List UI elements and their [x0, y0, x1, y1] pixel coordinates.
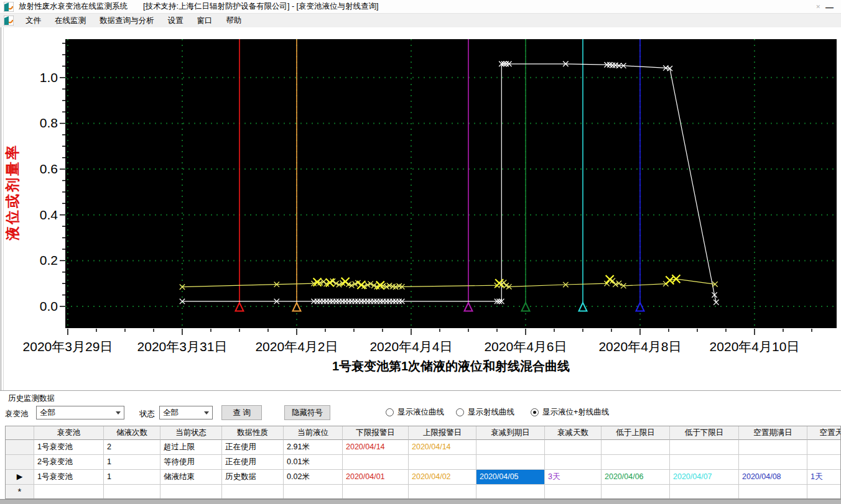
column-header-空置天数[interactable]: 空置天数: [807, 426, 841, 440]
application-window: 放射性废水衰变池在线监测系统 [技术支持:上海仁日辐射防护设备有限公司] - […: [0, 0, 841, 504]
menu-item-文件[interactable]: 文件: [19, 14, 48, 27]
table-cell[interactable]: 3天: [545, 470, 602, 485]
table-cell[interactable]: 2020/04/14: [343, 440, 409, 455]
column-header-衰减天数[interactable]: 衰减天数: [545, 426, 602, 440]
menu-item-在线监测[interactable]: 在线监测: [48, 14, 93, 27]
table-cell[interactable]: 1号衰变池: [34, 440, 104, 455]
table-cell[interactable]: [476, 485, 545, 499]
column-header-当前状态[interactable]: 当前状态: [160, 426, 222, 440]
table-cell[interactable]: [670, 455, 739, 470]
table-cell[interactable]: [807, 455, 841, 470]
radio-show-level-ray-curve[interactable]: 显示液位+射线曲线: [531, 407, 609, 418]
row-selector[interactable]: [6, 440, 34, 455]
minimize-button[interactable]: —: [825, 2, 834, 12]
table-row: 2号衰变池1等待使用正在使用0.01米: [6, 455, 840, 470]
column-header-衰变池[interactable]: 衰变池: [34, 426, 104, 440]
table-cell[interactable]: 2020/04/02: [409, 470, 476, 485]
selected-table-cell[interactable]: 2020/04/05: [476, 470, 545, 485]
column-header-衰减到期日[interactable]: 衰减到期日: [476, 426, 545, 440]
table-cell[interactable]: 0.02米: [284, 470, 343, 485]
table-cell[interactable]: [34, 485, 104, 499]
radio-circle-icon[interactable]: [386, 408, 394, 416]
x-tick-label: 2020年3月29日: [23, 339, 113, 354]
column-header-当前液位[interactable]: 当前液位: [284, 426, 343, 440]
table-cell[interactable]: [545, 455, 602, 470]
title-bar: 放射性废水衰变池在线监测系统 [技术支持:上海仁日辐射防护设备有限公司] - […: [0, 0, 841, 14]
column-header-数据性质[interactable]: 数据性质: [222, 426, 284, 440]
table-cell[interactable]: 1: [104, 455, 160, 470]
column-header-储液次数[interactable]: 储液次数: [104, 426, 160, 440]
table-cell[interactable]: [343, 455, 409, 470]
table-cell[interactable]: [545, 440, 602, 455]
radio-show-ray-curve[interactable]: 显示射线曲线: [456, 407, 514, 418]
table-cell[interactable]: [602, 485, 670, 499]
table-cell[interactable]: 1天: [807, 470, 841, 485]
menu-item-设置[interactable]: 设置: [161, 14, 190, 27]
query-button[interactable]: 查 询: [221, 405, 262, 420]
table-cell[interactable]: [409, 485, 476, 499]
table-cell[interactable]: 超过上限: [160, 440, 222, 455]
radio-circle-icon[interactable]: [531, 408, 539, 416]
table-cell[interactable]: 2020/04/01: [343, 470, 409, 485]
table-cell[interactable]: [343, 485, 409, 499]
chart-canvas: 0.00.20.40.60.81.02020年3月29日2020年3月31日20…: [0, 27, 841, 390]
menu-item-帮助[interactable]: 帮助: [220, 14, 249, 27]
table-row: 1号衰变池2超过上限正在使用2.91米2020/04/142020/04/14: [6, 440, 840, 455]
table-cell[interactable]: [545, 485, 602, 499]
table-cell[interactable]: 1号衰变池: [34, 470, 104, 485]
table-cell[interactable]: 正在使用: [222, 455, 284, 470]
menu-item-数据查询与分析[interactable]: 数据查询与分析: [93, 14, 161, 27]
window-left-border: [1, 27, 4, 390]
window-title: 放射性废水衰变池在线监测系统 [技术支持:上海仁日辐射防护设备有限公司] - […: [19, 1, 378, 12]
table-cell[interactable]: [602, 440, 670, 455]
table-cell[interactable]: [739, 455, 807, 470]
column-header-下限报警日[interactable]: 下限报警日: [343, 426, 409, 440]
table-cell[interactable]: 储液结束: [160, 470, 222, 485]
table-cell[interactable]: [739, 440, 807, 455]
table-cell[interactable]: [670, 485, 739, 499]
status-select-value: 全部: [163, 408, 179, 417]
pool-select[interactable]: 全部: [36, 406, 124, 419]
column-header-上限报警日[interactable]: 上限报警日: [409, 426, 476, 440]
table-cell[interactable]: [160, 485, 222, 499]
radio-circle-icon[interactable]: [456, 408, 464, 416]
table-cell[interactable]: 等待使用: [160, 455, 222, 470]
table-cell[interactable]: [807, 485, 841, 499]
current-row-indicator[interactable]: ▶: [6, 470, 34, 485]
table-cell[interactable]: [409, 455, 476, 470]
table-cell[interactable]: [739, 485, 807, 499]
x-tick-label: 2020年3月31日: [137, 339, 228, 354]
table-cell[interactable]: 2: [104, 440, 160, 455]
table-cell[interactable]: [670, 440, 739, 455]
table-cell[interactable]: [807, 440, 841, 455]
radio-label: 显示射线曲线: [468, 407, 514, 418]
column-header-低于上限日[interactable]: 低于上限日: [602, 426, 670, 440]
table-cell[interactable]: 历史数据: [222, 470, 284, 485]
table-cell[interactable]: 2020/04/07: [670, 470, 739, 485]
table-cell[interactable]: 1: [104, 470, 160, 485]
menu-item-窗口[interactable]: 窗口: [190, 14, 220, 27]
row-selector-header[interactable]: [6, 426, 34, 440]
new-row-indicator[interactable]: *: [6, 485, 34, 499]
table-cell[interactable]: [602, 455, 670, 470]
column-header-空置期满日[interactable]: 空置期满日: [739, 426, 807, 440]
hide-symbols-button[interactable]: 隐藏符号: [284, 405, 330, 420]
table-cell[interactable]: [284, 485, 343, 499]
table-cell[interactable]: 正在使用: [222, 440, 284, 455]
table-cell[interactable]: [104, 485, 160, 499]
table-cell[interactable]: [476, 455, 545, 470]
chart-area: 0.00.20.40.60.81.02020年3月29日2020年3月31日20…: [0, 27, 841, 390]
table-cell[interactable]: 2号衰变池: [34, 455, 104, 470]
table-cell[interactable]: 2020/04/14: [409, 440, 476, 455]
table-cell[interactable]: 2.91米: [284, 440, 343, 455]
row-selector[interactable]: [6, 455, 34, 470]
table-cell[interactable]: 0.01米: [284, 455, 343, 470]
column-header-低于下限日[interactable]: 低于下限日: [670, 426, 739, 440]
radio-show-level-curve[interactable]: 显示液位曲线: [386, 407, 444, 418]
table-cell[interactable]: [222, 485, 284, 499]
table-cell[interactable]: [476, 440, 545, 455]
status-select[interactable]: 全部: [159, 406, 213, 419]
close-icon[interactable]: ✕: [815, 4, 820, 10]
table-cell[interactable]: 2020/04/08: [739, 470, 807, 485]
table-cell[interactable]: 2020/04/06: [602, 470, 670, 485]
